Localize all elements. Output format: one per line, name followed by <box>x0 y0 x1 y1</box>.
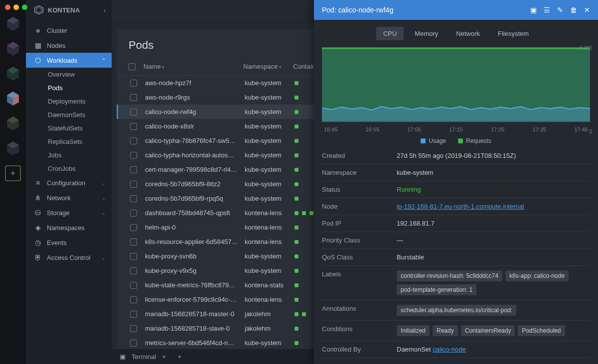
edit-icon[interactable]: ✎ <box>557 6 563 14</box>
sidebar-item-workloads[interactable]: ⬡Workloads⌃ <box>26 53 112 68</box>
row-checkbox[interactable] <box>130 282 137 289</box>
sidebar-item-label: Storage <box>47 209 70 217</box>
terminal-icon[interactable]: ▣ <box>120 353 126 361</box>
sidebar-item-events[interactable]: ◷Events <box>26 235 112 250</box>
metric-tab-network[interactable]: Network <box>449 27 487 40</box>
close-terminal-icon[interactable]: × <box>162 353 166 361</box>
sidebar-item-configuration[interactable]: ≡Configuration⌄ <box>26 175 112 190</box>
sidebar-item-access-control[interactable]: ⛨Access Control⌄ <box>26 250 112 265</box>
detail-field-conditions: ConditionsInitializedReadyContainersRead… <box>322 320 590 341</box>
sidebar-item-namespaces[interactable]: ◈Namespaces <box>26 220 112 235</box>
brand-label: KONTENA <box>48 6 80 14</box>
row-checkbox[interactable] <box>130 296 137 303</box>
cluster-cube[interactable] <box>5 16 21 32</box>
pod-name: cert-manager-789598c8d7-rl4… <box>145 166 245 173</box>
row-checkbox[interactable] <box>130 340 137 347</box>
pod-namespace: kube-system <box>245 79 295 87</box>
metric-tabs: CPUMemoryNetworkFilesystem <box>314 20 598 47</box>
detail-field-tolerations: Tolerations9Show <box>322 358 590 364</box>
detail-link[interactable]: ip-192-168-81-7.eu-north-1.compute.inter… <box>397 203 524 210</box>
legend-item: Usage <box>421 137 446 144</box>
row-checkbox[interactable] <box>130 267 137 274</box>
cluster-cube[interactable] <box>5 140 21 156</box>
cluster-cube[interactable] <box>5 116 21 131</box>
sidebar-sub-statefulsets[interactable]: StatefulSets <box>26 121 112 135</box>
row-checkbox[interactable] <box>130 109 137 116</box>
row-checkbox[interactable] <box>130 94 137 101</box>
cluster-rail: + <box>0 0 26 364</box>
sidebar-item-label: Network <box>47 194 71 202</box>
close-icon[interactable]: ✕ <box>584 6 590 14</box>
row-checkbox[interactable] <box>130 181 137 188</box>
sidebar-sub-overview[interactable]: Overview <box>26 68 112 81</box>
sidebar-sub-pods[interactable]: Pods <box>26 81 112 95</box>
add-cluster-button[interactable]: + <box>5 165 21 181</box>
row-checkbox[interactable] <box>130 137 137 144</box>
sidebar-sub-replicasets[interactable]: ReplicaSets <box>26 135 112 148</box>
pod-namespace: kube-system <box>245 252 295 260</box>
nodes-icon: ▦ <box>34 41 42 49</box>
delete-icon[interactable]: 🗑 <box>570 6 577 14</box>
window-controls[interactable] <box>5 4 27 10</box>
metric-tab-filesystem[interactable]: Filesystem <box>491 27 536 40</box>
sidebar-item-network[interactable]: ⋔Network⌄ <box>26 190 112 205</box>
pod-namespace: kontena-lens <box>245 224 295 231</box>
detail-panel: Pod: calico-node-rwf4g ▣ ☰ ✎ 🗑 ✕ CPUMemo… <box>314 0 598 364</box>
sidebar-sub-jobs[interactable]: Jobs <box>26 148 112 162</box>
chart-x-axis: 16:4516:5517:0517:1517:2517:3517:45 <box>322 123 590 132</box>
row-checkbox[interactable] <box>130 253 137 260</box>
column-namespace[interactable]: Namespace <box>243 63 293 70</box>
collapse-sidebar-icon[interactable]: ‹ <box>104 6 106 14</box>
detail-field-status: StatusRunning <box>322 181 590 198</box>
cluster-cube-active[interactable] <box>5 91 21 107</box>
sidebar-item-label: Configuration <box>47 179 85 187</box>
detail-field-annotations: Annotationsscheduler.alpha.kubernetes.io… <box>322 300 590 320</box>
row-checkbox[interactable] <box>130 325 137 332</box>
row-checkbox[interactable] <box>130 166 137 173</box>
sidebar-sub-daemonsets[interactable]: DaemonSets <box>26 108 112 121</box>
sidebar-item-cluster[interactable]: ⎈Cluster <box>26 23 112 38</box>
tag: controller-revision-hash: 5c9dddcc74 <box>397 270 502 281</box>
chart-ymin: 0 <box>589 129 592 134</box>
pod-namespace: kube-system <box>245 180 295 188</box>
row-checkbox[interactable] <box>130 80 137 87</box>
chart-ymax: 0.100 <box>580 45 592 51</box>
workloads-icon: ⬡ <box>34 56 42 64</box>
pod-name: helm-api-0 <box>145 224 245 231</box>
cluster-cube[interactable] <box>5 41 21 57</box>
sidebar-item-nodes[interactable]: ▦Nodes <box>26 38 112 53</box>
pod-namespace: kube-system <box>245 339 295 347</box>
pod-namespace: kontena-lens <box>245 296 295 303</box>
select-all-checkbox[interactable] <box>129 63 136 70</box>
events-icon: ◷ <box>34 239 42 246</box>
detail-link[interactable]: calico-node <box>433 346 466 353</box>
terminal-label: Terminal <box>132 353 156 361</box>
sidebar-sub-deployments[interactable]: Deployments <box>26 95 112 108</box>
column-name[interactable]: Name <box>144 63 243 70</box>
cluster-cube[interactable] <box>5 66 21 82</box>
row-checkbox[interactable] <box>130 239 137 245</box>
sidebar-sub-cronjobs[interactable]: CronJobs <box>26 162 112 175</box>
sidebar-item-storage[interactable]: ⛁Storage⌄ <box>26 205 112 220</box>
logs-icon[interactable]: ☰ <box>544 6 550 14</box>
row-checkbox[interactable] <box>130 311 137 318</box>
pod-name: aws-node-hpz7f <box>145 79 245 87</box>
sidebar-item-label: Nodes <box>47 42 66 49</box>
shell-icon[interactable]: ▣ <box>530 6 537 14</box>
metric-tab-memory[interactable]: Memory <box>408 27 445 40</box>
chevron-icon: ⌄ <box>102 255 106 260</box>
pod-namespace: kube-system <box>245 108 295 116</box>
row-checkbox[interactable] <box>130 123 137 130</box>
sidebar-item-label: Workloads <box>47 57 77 64</box>
row-checkbox[interactable] <box>130 210 137 217</box>
row-checkbox[interactable] <box>130 224 137 231</box>
metric-tab-cpu[interactable]: CPU <box>376 27 404 40</box>
add-terminal-icon[interactable]: + <box>178 353 182 361</box>
detail-field-node: Nodeip-192-168-81-7.eu-north-1.compute.i… <box>322 198 590 215</box>
row-checkbox[interactable] <box>130 195 137 202</box>
detail-body: Created27d 5h 55m ago (2019-08-21T08:50:… <box>314 147 598 364</box>
detail-field-namespace: Namespacekube-system <box>322 164 590 181</box>
chevron-icon: ⌄ <box>102 195 106 201</box>
row-checkbox[interactable] <box>130 152 137 159</box>
tag: scheduler.alpha.kubernetes.io/critical-p… <box>397 305 516 316</box>
